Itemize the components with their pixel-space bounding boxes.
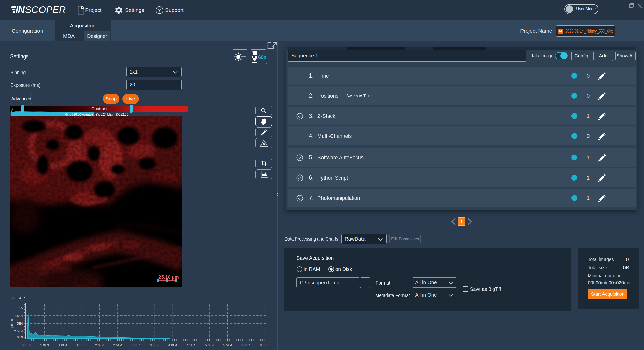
svg-text:4.5E4: 4.5E4 [187, 343, 196, 347]
svg-text:5E4: 5E4 [17, 322, 23, 325]
svg-text:3.5E4: 3.5E4 [150, 343, 159, 347]
svg-text:3.0E4: 3.0E4 [132, 343, 141, 347]
svg-text:pixels: pixels [10, 319, 14, 328]
svg-text:1.5E4: 1.5E4 [77, 343, 86, 347]
svg-text:5.5E4: 5.5E4 [223, 343, 232, 347]
svg-text:2.0E4: 2.0E4 [95, 343, 104, 347]
svg-text:0.0E0: 0.0E0 [22, 343, 30, 347]
svg-text:5.0E4: 5.0E4 [205, 343, 214, 347]
svg-text:0E0: 0E0 [17, 335, 23, 339]
svg-text:IN: IN [16, 5, 25, 15]
svg-text:4.0E4: 4.0E4 [168, 343, 177, 347]
svg-text:6.5E4: 6.5E4 [260, 343, 269, 347]
svg-text:1.0E4: 1.0E4 [58, 343, 67, 347]
svg-text:2.5E4: 2.5E4 [113, 343, 122, 347]
svg-text:1E5: 1E5 [17, 306, 23, 310]
svg-text:5.0E3: 5.0E3 [40, 343, 49, 347]
svg-text:7.5E4: 7.5E4 [14, 314, 23, 318]
svg-text:2.5E4: 2.5E4 [14, 329, 23, 333]
svg-text:6.0E4: 6.0E4 [242, 343, 251, 347]
svg-text:25.16 µm: 25.16 µm [158, 274, 179, 280]
svg-text:?: ? [158, 8, 161, 13]
svg-text:SCOPER: SCOPER [25, 5, 66, 15]
